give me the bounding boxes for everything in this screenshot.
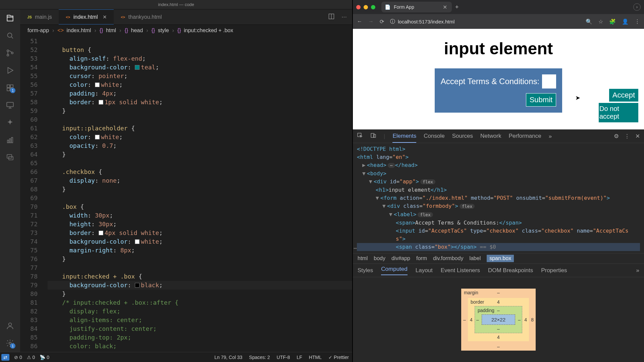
devtools-more-tabs-icon[interactable]: » <box>549 133 552 140</box>
styles-tab[interactable]: Properties <box>541 267 567 274</box>
breadcrumb-item[interactable]: {} style <box>152 27 169 34</box>
devtools: | ElementsConsoleSourcesNetworkPerforman… <box>353 129 644 362</box>
more-icon[interactable]: ⋯ <box>341 14 347 20</box>
comment-icon[interactable] <box>5 153 15 162</box>
terms-label: Accept Terms & Conditions: <box>441 77 539 86</box>
breadcrumb-item[interactable]: <> index.html <box>57 27 91 34</box>
inspect-icon[interactable] <box>357 132 363 140</box>
sparkle-icon[interactable] <box>5 118 15 127</box>
submit-button[interactable]: Submit <box>526 93 556 107</box>
browser-tab-title: Form App <box>394 4 414 10</box>
status-spaces[interactable]: Spaces: 2 <box>249 355 270 360</box>
devtools-tab[interactable]: Sources <box>452 130 473 143</box>
close-tab-icon[interactable]: ✕ <box>103 14 107 20</box>
bookmark-icon[interactable]: ☆ <box>598 18 603 25</box>
devtools-tab[interactable]: Performance <box>508 130 541 143</box>
reject-button[interactable]: Do not accept <box>598 103 639 123</box>
devtools-crumb[interactable]: div.formbody <box>433 255 463 261</box>
styles-tab[interactable]: Layout <box>416 267 433 274</box>
devtools-crumb[interactable]: label <box>469 255 481 261</box>
chart-icon[interactable] <box>5 135 15 145</box>
tabstrip-menu-icon[interactable]: › <box>633 3 641 11</box>
styles-tab[interactable]: DOM Breakpoints <box>488 267 533 274</box>
breadcrumb-icon: {} <box>100 27 103 33</box>
dom-ellipsis-icon[interactable]: ⋯ <box>354 244 357 252</box>
styles-tab[interactable]: Computed <box>381 266 407 275</box>
search-icon[interactable] <box>5 31 15 40</box>
svg-point-2 <box>7 50 9 52</box>
remote-explorer-icon[interactable] <box>5 101 15 110</box>
breadcrumb-item[interactable]: {} html <box>100 27 116 34</box>
devtools-tab[interactable]: Network <box>480 130 501 143</box>
status-encoding[interactable]: UTF-8 <box>277 355 290 360</box>
status-warnings[interactable]: ⚠ 0 <box>27 355 35 360</box>
extensions-badge: 1 <box>10 88 15 93</box>
device-toggle-icon[interactable] <box>370 132 376 140</box>
devtools-crumb[interactable]: form <box>416 255 427 261</box>
styles-tab[interactable]: Event Listeners <box>441 267 480 274</box>
breadcrumb-icon: <> <box>57 27 64 33</box>
devtools-crumb[interactable]: div#app <box>391 255 410 261</box>
devtools-tab[interactable]: Console <box>424 130 444 143</box>
close-tab-icon[interactable]: ✕ <box>443 4 447 10</box>
explorer-icon[interactable] <box>5 13 15 23</box>
file-type-icon: <> <box>65 14 71 20</box>
maximize-window-icon[interactable] <box>371 5 375 9</box>
breadcrumb-item[interactable]: form-app <box>28 27 49 34</box>
editor-tab[interactable]: <>index.html✕ <box>59 9 114 24</box>
forward-icon[interactable]: → <box>368 18 374 24</box>
svg-point-1 <box>7 33 12 37</box>
styles-tab[interactable]: Styles <box>358 267 373 274</box>
accept-button[interactable]: Accept <box>609 88 639 102</box>
profile-icon[interactable]: 👤 <box>622 18 629 25</box>
browser-window: 📄 Form App ✕ + › ← → ⟳ ⓘ localhost:5173/… <box>352 0 644 362</box>
gear-icon[interactable]: 1 <box>5 339 15 348</box>
editor-tab[interactable]: JSmain.js <box>20 9 59 24</box>
source-control-icon[interactable] <box>5 48 15 58</box>
devtools-breadcrumbs[interactable]: htmlbodydiv#appformdiv.formbodylabelspan… <box>353 253 644 264</box>
code-editor[interactable]: 5152535455565758596061626364656667686970… <box>20 36 352 352</box>
zoom-icon[interactable]: 🔍 <box>586 18 592 25</box>
remote-indicator[interactable]: ⇄ <box>1 354 9 361</box>
traffic-lights[interactable] <box>356 5 375 9</box>
browser-menu-icon[interactable]: ⋮ <box>635 18 640 25</box>
page-viewport: input element Accept Terms & Conditions:… <box>353 29 644 129</box>
devtools-close-icon[interactable]: ✕ <box>635 133 640 140</box>
status-lang[interactable]: HTML <box>309 355 322 360</box>
status-formatter[interactable]: ✓ Prettier <box>328 355 349 360</box>
site-info-icon[interactable]: ⓘ <box>390 18 395 25</box>
account-icon[interactable] <box>5 321 15 330</box>
split-editor-icon[interactable] <box>328 13 335 21</box>
breadcrumbs[interactable]: form-app›<> index.html›{} html›{} head›{… <box>20 25 352 36</box>
editor-tab[interactable]: <>thankyou.html <box>114 9 169 24</box>
close-window-icon[interactable] <box>356 5 361 9</box>
devtools-menu-icon[interactable]: ⋮ <box>624 133 630 140</box>
devtools-crumb[interactable]: span.box <box>487 255 514 262</box>
minimize-window-icon[interactable] <box>364 5 368 9</box>
dom-tree[interactable]: <!DOCTYPE html> <html lang="en"> ▶<head>… <box>353 143 644 253</box>
run-debug-icon[interactable] <box>5 66 15 75</box>
svg-rect-18 <box>358 133 361 137</box>
terms-checkbox[interactable] <box>542 74 556 88</box>
box-model[interactable]: margin – – – 8 border 4 4 4 4 padding – … <box>353 277 644 362</box>
address-bar[interactable]: ⓘ localhost:5173/index.html <box>390 18 580 25</box>
back-icon[interactable]: ← <box>357 18 362 24</box>
devtools-tab[interactable]: Elements <box>392 130 416 143</box>
svg-rect-11 <box>9 139 11 143</box>
status-cursor[interactable]: Ln 79, Col 33 <box>214 355 242 360</box>
breadcrumb-item[interactable]: {} head <box>124 27 143 34</box>
svg-rect-0 <box>7 17 13 21</box>
extensions-icon[interactable]: 1 <box>5 83 15 93</box>
reload-icon[interactable]: ⟳ <box>380 18 384 25</box>
status-errors[interactable]: ⊘ 0 <box>14 355 22 360</box>
styles-more-icon[interactable]: » <box>636 267 639 274</box>
devtools-crumb[interactable]: html <box>358 255 368 261</box>
status-ports[interactable]: 📡 0 <box>40 355 49 360</box>
extensions-puzzle-icon[interactable]: 🧩 <box>609 18 616 25</box>
devtools-gear-icon[interactable]: ⚙ <box>614 133 619 140</box>
devtools-crumb[interactable]: body <box>374 255 385 261</box>
breadcrumb-item[interactable]: {} input:checked + .box <box>177 27 233 34</box>
browser-tab[interactable]: 📄 Form App ✕ <box>381 2 452 12</box>
new-tab-icon[interactable]: + <box>455 4 459 11</box>
status-eol[interactable]: LF <box>297 355 302 360</box>
